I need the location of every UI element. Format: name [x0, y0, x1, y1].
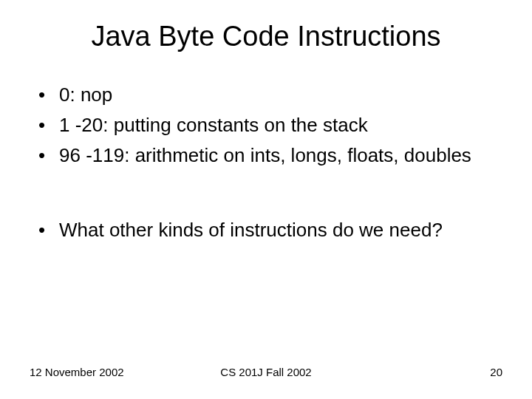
slide: Java Byte Code Instructions 0: nop 1 -20… — [0, 0, 532, 399]
slide-title: Java Byte Code Instructions — [30, 21, 502, 52]
list-item: 96 -119: arithmetic on ints, longs, floa… — [38, 143, 502, 168]
footer-course: CS 201J Fall 2002 — [220, 366, 311, 378]
bullet-list: What other kinds of instructions do we n… — [30, 217, 502, 243]
slide-content: 0: nop 1 -20: putting constants on the s… — [30, 82, 502, 243]
footer-page: 20 — [490, 366, 502, 378]
list-item: 0: nop — [38, 82, 502, 108]
list-item: 1 -20: putting constants on the stack — [38, 112, 502, 138]
bullet-list: 0: nop 1 -20: putting constants on the s… — [30, 82, 502, 168]
footer: 12 November 2002 CS 201J Fall 2002 20 — [0, 366, 532, 378]
list-item: What other kinds of instructions do we n… — [38, 217, 502, 243]
spacer — [30, 173, 502, 217]
footer-date: 12 November 2002 — [30, 366, 124, 378]
